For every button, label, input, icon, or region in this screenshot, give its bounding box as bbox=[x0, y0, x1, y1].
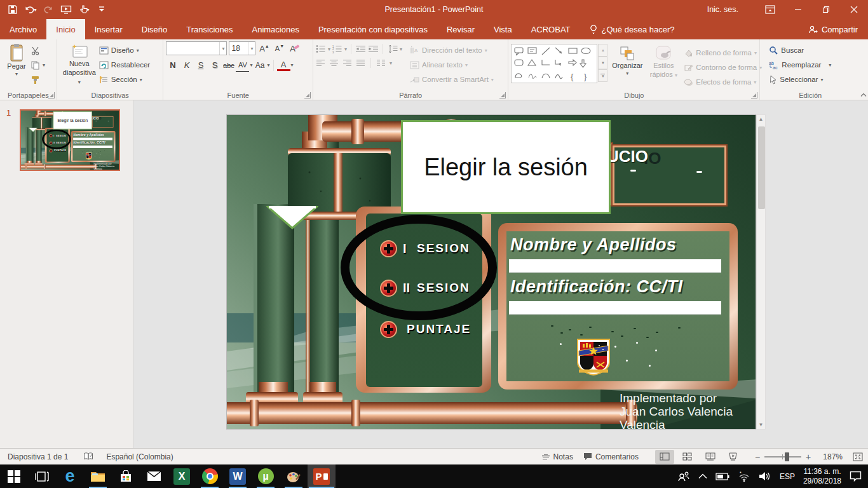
replace-dropdown-icon[interactable]: ▾ bbox=[829, 62, 831, 68]
columns-icon[interactable] bbox=[376, 59, 386, 67]
format-painter-button[interactable] bbox=[31, 73, 45, 86]
clear-formatting-button[interactable]: A bbox=[288, 42, 301, 55]
section-dropdown-icon[interactable]: ▾ bbox=[140, 77, 142, 83]
align-left-icon[interactable] bbox=[316, 59, 325, 67]
language-indicator[interactable]: ESP bbox=[780, 472, 795, 481]
font-size-dropdown-icon[interactable]: ▾ bbox=[248, 42, 253, 55]
vertical-scrollbar[interactable]: ▲ ▼ bbox=[756, 114, 766, 430]
line-spacing-dropdown-icon[interactable]: ▾ bbox=[400, 46, 402, 52]
minimize-button[interactable] bbox=[784, 0, 812, 19]
tab-insertar[interactable]: Insertar bbox=[85, 19, 132, 39]
spellcheck-icon[interactable] bbox=[83, 452, 93, 461]
name-input-bar[interactable] bbox=[73, 138, 112, 140]
layout-dropdown-icon[interactable]: ▾ bbox=[137, 48, 139, 53]
bullets-dropdown-icon[interactable]: ▾ bbox=[328, 46, 330, 52]
layout-button[interactable]: Diseño▾ bbox=[99, 44, 150, 57]
chrome-icon[interactable] bbox=[196, 464, 224, 488]
zoom-level[interactable]: 187% bbox=[823, 452, 843, 461]
fit-slide-button[interactable] bbox=[853, 452, 863, 461]
id-input-bar[interactable] bbox=[509, 301, 721, 315]
plus-button-icon[interactable] bbox=[380, 240, 397, 257]
zoom-slider-thumb[interactable] bbox=[785, 452, 789, 461]
slide-footer-credit[interactable]: Implementado por Juan Carlos Valencia Va… bbox=[620, 392, 733, 430]
tray-chevron-icon[interactable] bbox=[698, 473, 707, 479]
start-slideshow-icon[interactable] bbox=[58, 2, 74, 17]
zoom-slider[interactable] bbox=[764, 456, 801, 458]
store-icon[interactable] bbox=[112, 464, 140, 488]
word-icon[interactable]: W bbox=[224, 464, 252, 488]
reset-button[interactable]: Restablecer bbox=[99, 58, 150, 71]
font-size-combo[interactable]: 18▾ bbox=[229, 41, 255, 55]
tab-diseno[interactable]: Diseño bbox=[132, 19, 177, 39]
undo-dropdown-icon[interactable]: ▾ bbox=[34, 7, 36, 13]
task-view-button[interactable] bbox=[28, 464, 56, 488]
close-button[interactable] bbox=[840, 0, 868, 19]
select-dropdown-icon[interactable]: ▾ bbox=[820, 77, 823, 83]
powerpoint-icon[interactable]: P bbox=[308, 464, 336, 488]
restore-button[interactable] bbox=[812, 0, 840, 19]
undo-icon[interactable]: ▾ bbox=[23, 2, 38, 17]
menu-item-sesion1[interactable]: I SESION bbox=[47, 134, 69, 138]
zoom-in-button[interactable]: + bbox=[804, 452, 813, 462]
menu-item-sesion1[interactable]: I SESION bbox=[366, 239, 482, 258]
session-menu-panel[interactable]: I SESION II SESION PUNTAJE bbox=[47, 129, 69, 161]
comments-toggle[interactable]: Comentarios bbox=[583, 452, 639, 461]
tab-inicio[interactable]: Inicio bbox=[46, 19, 85, 39]
clipboard-dialog-launcher[interactable] bbox=[48, 92, 55, 98]
line-spacing-icon[interactable] bbox=[387, 44, 398, 53]
excel-icon[interactable]: X bbox=[168, 464, 196, 488]
share-button[interactable]: Compartir bbox=[797, 19, 868, 39]
replace-button[interactable]: abacReemplazar▾ bbox=[769, 58, 831, 71]
slide-info[interactable]: Diapositiva 1 de 1 bbox=[8, 452, 68, 461]
change-case-dropdown-icon[interactable]: ▾ bbox=[268, 62, 270, 68]
callout-shape[interactable]: Elegir la sesión bbox=[401, 120, 611, 214]
change-case-button[interactable]: Aa bbox=[254, 58, 267, 72]
decrease-indent-icon[interactable] bbox=[355, 45, 366, 53]
section-button[interactable]: Sección▾ bbox=[99, 73, 150, 86]
strikethrough-button[interactable]: abc bbox=[222, 58, 235, 72]
align-right-icon[interactable] bbox=[342, 59, 352, 67]
plus-button-icon[interactable] bbox=[50, 149, 53, 152]
italic-button[interactable]: K bbox=[180, 58, 193, 72]
tab-revisar[interactable]: Revisar bbox=[437, 19, 484, 39]
scroll-up-icon[interactable]: ▲ bbox=[759, 116, 764, 122]
plus-button-icon[interactable] bbox=[50, 142, 53, 145]
ribbon-display-options-icon[interactable] bbox=[756, 0, 784, 19]
utorrent-icon[interactable]: µ bbox=[252, 464, 280, 488]
file-explorer-icon[interactable] bbox=[84, 464, 112, 488]
name-input-bar[interactable] bbox=[509, 259, 721, 273]
start-button[interactable] bbox=[0, 464, 28, 488]
view-reading-button[interactable] bbox=[701, 450, 720, 464]
collapse-ribbon-button[interactable] bbox=[860, 39, 868, 100]
touch-mode-dropdown-icon[interactable]: ▾ bbox=[86, 7, 89, 13]
edge-icon[interactable]: e bbox=[56, 464, 84, 488]
slide1-thumbnail[interactable]: INS UCIO IO I SESION II SESION bbox=[20, 109, 120, 171]
tab-archivo[interactable]: Archivo bbox=[0, 19, 46, 39]
student-data-panel[interactable]: Nombre y Apellidos Identificación: CC/TI bbox=[72, 132, 114, 160]
slide-footer-credit[interactable]: Implementado por Juan Carlos Valencia Va… bbox=[93, 163, 114, 170]
arrange-button[interactable]: Organizar ▾ bbox=[607, 44, 647, 88]
view-slide-sorter-button[interactable] bbox=[678, 450, 697, 464]
columns-dropdown-icon[interactable]: ▾ bbox=[390, 60, 392, 66]
sign-in-link[interactable]: Inic. ses. bbox=[707, 5, 738, 14]
shrink-font-button[interactable]: A▼ bbox=[273, 42, 286, 55]
copy-button[interactable]: ▾ bbox=[31, 58, 45, 71]
bold-button[interactable]: N bbox=[166, 58, 179, 72]
session-menu-panel[interactable]: I SESION II SESION PUNTAJE bbox=[366, 214, 482, 387]
paragraph-dialog-launcher[interactable] bbox=[499, 92, 506, 98]
notes-toggle[interactable]: Notas bbox=[541, 452, 573, 461]
wifi-icon[interactable]: * bbox=[738, 471, 750, 482]
tab-animaciones[interactable]: Animaciones bbox=[242, 19, 308, 39]
people-icon[interactable] bbox=[677, 471, 690, 482]
scroll-down-icon[interactable]: ▼ bbox=[759, 422, 764, 428]
tab-vista[interactable]: Vista bbox=[484, 19, 522, 39]
paste-button[interactable]: Pegar ▾ bbox=[3, 41, 31, 78]
numbering-icon[interactable]: 123 bbox=[332, 44, 342, 53]
action-center-icon[interactable] bbox=[850, 471, 862, 482]
select-button[interactable]: Seleccionar▾ bbox=[769, 73, 831, 86]
grow-font-button[interactable]: A▲ bbox=[257, 42, 271, 55]
scrollbar-thumb[interactable] bbox=[758, 126, 765, 209]
plus-button-icon[interactable] bbox=[380, 280, 397, 297]
increase-indent-icon[interactable] bbox=[368, 45, 379, 53]
menu-item-sesion2[interactable]: II SESION bbox=[366, 278, 482, 297]
